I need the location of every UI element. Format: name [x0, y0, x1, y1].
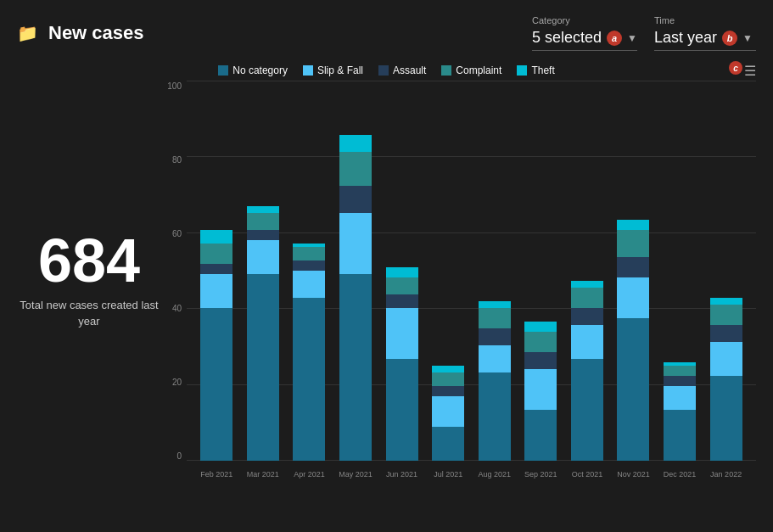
bar-segment [524, 410, 557, 461]
header: 📁 New cases Category 5 selected a ▼ Time… [0, 0, 773, 59]
bar-segment [479, 328, 511, 345]
legend-item: Assault [378, 64, 426, 76]
bar-group [430, 366, 466, 461]
bar-segment [293, 260, 325, 271]
y-axis: 100806040200 [161, 81, 187, 461]
time-dropdown[interactable]: Last year b ▼ [654, 29, 756, 51]
bar-group [245, 206, 281, 461]
bar-group [477, 301, 513, 461]
bar-segment [247, 213, 279, 230]
bar-group [662, 362, 697, 461]
bar-segment [479, 345, 511, 372]
x-axis-label: Jan 2022 [709, 470, 744, 479]
legend-label: No category [232, 64, 288, 76]
bar-segment [386, 267, 418, 277]
x-labels: Feb 2021Mar 2021Apr 2021May 2021Jun 2021… [187, 462, 756, 486]
bar-segment [200, 244, 232, 264]
legend-item: Complaint [441, 64, 501, 76]
menu-icon[interactable]: ☰ [744, 63, 756, 79]
bar-stack [710, 298, 742, 461]
bar-stack [617, 220, 649, 461]
bar-segment [432, 386, 464, 396]
bar-segment [386, 359, 418, 461]
bar-segment [617, 318, 649, 461]
bar-segment [339, 213, 372, 274]
bar-segment [339, 186, 372, 213]
bar-segment [293, 247, 325, 260]
bar-stack [432, 366, 464, 461]
bar-segment [710, 305, 742, 325]
time-control: Time Last year b ▼ [654, 15, 756, 51]
chart-container: 100806040200 Feb 2021Mar 2021Apr 2021May… [161, 81, 756, 512]
bar-segment [432, 396, 464, 427]
x-axis-label: Aug 2021 [477, 470, 513, 479]
x-axis-label: Dec 2021 [662, 470, 697, 479]
bar-segment [710, 325, 742, 342]
category-label: Category [532, 15, 637, 25]
bar-segment [524, 332, 557, 352]
bar-segment [200, 308, 232, 461]
bar-segment [247, 206, 279, 213]
time-label: Time [654, 15, 756, 25]
legend-color [517, 65, 527, 76]
bar-segment [200, 230, 232, 244]
bar-segment [432, 427, 464, 461]
x-axis-label: Oct 2021 [569, 470, 605, 479]
y-axis-label: 100 [167, 81, 182, 91]
x-axis-label: Sep 2021 [523, 470, 558, 479]
y-axis-label: 40 [172, 304, 182, 313]
bar-segment [247, 274, 279, 461]
legend-item: No category [218, 64, 288, 76]
bar-segment [524, 369, 557, 410]
x-axis-label: Mar 2021 [245, 470, 281, 479]
bar-segment [432, 366, 464, 372]
category-value: 5 selected [532, 29, 602, 47]
legend-label: Complaint [456, 64, 501, 76]
main-content: 684 Total new cases created last year 10… [0, 81, 773, 512]
legend-color [378, 65, 389, 76]
legend-item: Slip & Fall [303, 64, 363, 76]
bar-stack [571, 281, 603, 461]
bar-group [338, 135, 373, 461]
bar-stack [386, 267, 418, 461]
bar-segment [710, 376, 742, 461]
bar-segment [339, 152, 372, 186]
time-badge: b [722, 31, 737, 46]
folder-icon: 📁 [17, 23, 38, 43]
bar-segment [200, 274, 232, 308]
bar-stack [339, 135, 372, 461]
bar-segment [664, 366, 696, 376]
bar-segment [664, 410, 696, 461]
bar-group [709, 298, 744, 461]
bar-segment [524, 322, 557, 332]
bar-segment [571, 288, 603, 308]
bar-group [199, 230, 234, 461]
bar-stack [247, 206, 279, 461]
x-axis-label: Apr 2021 [291, 470, 327, 479]
category-badge: a [607, 31, 622, 46]
category-dropdown[interactable]: 5 selected a ▼ [532, 29, 637, 51]
legend-label: Assault [393, 64, 426, 76]
bar-stack [293, 244, 325, 461]
bar-stack [524, 322, 557, 461]
y-axis-label: 20 [172, 378, 182, 387]
bar-segment [386, 277, 418, 294]
legend-color [218, 65, 228, 76]
bar-segment [710, 342, 742, 376]
bar-segment [479, 308, 511, 328]
x-axis-label: Jun 2021 [384, 470, 420, 479]
chart-area: 100806040200 Feb 2021Mar 2021Apr 2021May… [161, 81, 756, 486]
bar-segment [293, 298, 325, 461]
bar-segment [200, 264, 232, 274]
bar-segment [617, 230, 649, 257]
page-title: New cases [48, 22, 144, 44]
bar-segment [479, 301, 511, 308]
bar-segment [247, 240, 279, 274]
bar-group [291, 244, 327, 461]
y-axis-label: 80 [172, 155, 182, 165]
bar-segment [617, 277, 649, 318]
bar-group [523, 322, 558, 461]
bar-segment [386, 308, 418, 359]
y-axis-label: 0 [176, 451, 182, 461]
stat-panel: 684 Total new cases created last year [17, 81, 161, 512]
